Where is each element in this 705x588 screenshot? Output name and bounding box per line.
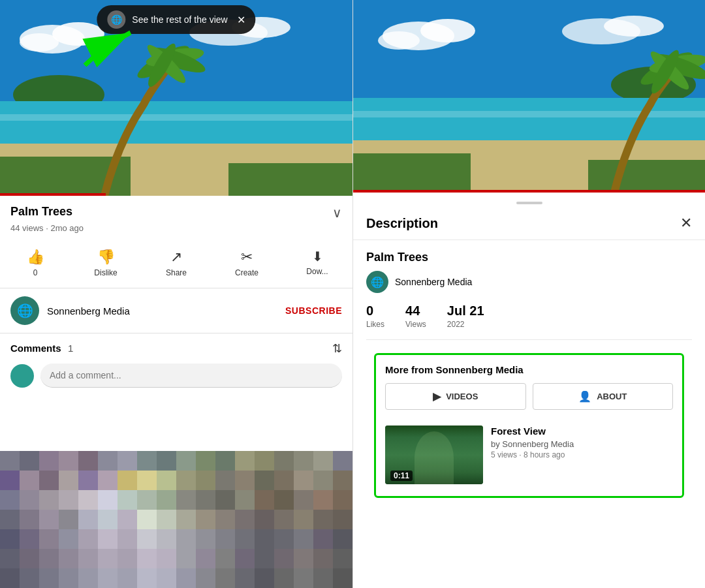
- description-panel: Description ✕ Palm Trees 🌐 Sonnenberg Me…: [353, 204, 705, 508]
- share-button[interactable]: ↗ Share: [141, 243, 212, 283]
- svg-rect-35: [313, 451, 333, 471]
- svg-rect-104: [255, 529, 274, 549]
- svg-rect-31: [235, 451, 255, 471]
- svg-rect-63: [157, 490, 176, 510]
- svg-rect-83: [196, 510, 215, 529]
- more-from-section: More from Sonnenberg Media ▶ VIDEOS 👤 AB…: [374, 353, 684, 498]
- svg-rect-102: [215, 529, 235, 549]
- comment-input-row: [10, 364, 342, 388]
- channel-name[interactable]: Sonnenberg Media: [47, 305, 277, 317]
- svg-rect-11: [228, 163, 352, 196]
- comments-section: Comments 1 ⇅: [0, 333, 352, 395]
- video-thumbnail-right[interactable]: [353, 0, 705, 193]
- download-button[interactable]: ⬇ Dow...: [282, 243, 352, 283]
- video-card[interactable]: 0:11 Forest View by Sonnenberg Media 5 v…: [385, 419, 673, 487]
- svg-rect-89: [313, 510, 333, 529]
- green-arrow: [65, 20, 144, 72]
- svg-rect-28: [176, 451, 196, 471]
- svg-rect-106: [294, 529, 313, 549]
- videos-tab[interactable]: ▶ VIDEOS: [385, 383, 526, 410]
- svg-rect-134: [137, 568, 157, 588]
- share-label: Share: [166, 268, 187, 277]
- svg-rect-51: [274, 471, 294, 490]
- dislike-icon: 👎: [97, 249, 115, 266]
- svg-rect-72: [333, 490, 352, 510]
- svg-rect-81: [157, 510, 176, 529]
- svg-rect-124: [294, 549, 313, 568]
- svg-rect-39: [39, 471, 59, 490]
- svg-rect-36: [333, 451, 352, 471]
- stats-row: 0 Likes 44 Views Jul 21 2022: [366, 303, 692, 340]
- channel-avatar[interactable]: 🌐: [10, 296, 39, 325]
- video-card-info: Forest View by Sonnenberg Media 5 views …: [491, 426, 673, 459]
- subscribe-button[interactable]: SUBSCRIBE: [285, 305, 342, 316]
- create-label: Create: [235, 268, 258, 277]
- sort-icon[interactable]: ⇅: [332, 341, 342, 356]
- svg-rect-37: [0, 471, 20, 490]
- svg-rect-33: [274, 451, 294, 471]
- svg-rect-26: [137, 451, 157, 471]
- svg-rect-52: [294, 471, 313, 490]
- video-progress-bar-right[interactable]: [353, 190, 459, 193]
- svg-rect-74: [20, 510, 39, 529]
- svg-rect-130: [59, 568, 78, 588]
- comments-label: Comments: [10, 343, 61, 354]
- svg-rect-79: [118, 510, 137, 529]
- svg-rect-64: [176, 490, 196, 510]
- views-stat: 44 Views: [405, 303, 426, 329]
- desc-video-title: Palm Trees: [366, 251, 692, 264]
- svg-rect-34: [294, 451, 313, 471]
- svg-rect-73: [0, 510, 20, 529]
- comments-count: 1: [68, 343, 73, 354]
- svg-rect-30: [215, 451, 235, 471]
- svg-rect-113: [78, 549, 98, 568]
- video-progress-bar[interactable]: [0, 193, 106, 196]
- svg-rect-29: [196, 451, 215, 471]
- svg-rect-46: [176, 471, 196, 490]
- views-label: Views: [405, 320, 426, 329]
- channel-row: 🌐 Sonnenberg Media SUBSCRIBE: [0, 288, 352, 333]
- svg-rect-67: [235, 490, 255, 510]
- svg-rect-77: [78, 510, 98, 529]
- action-buttons-row: 👍 0 👎 Dislike ↗ Share ✂ Create ⬇ Dow...: [0, 238, 352, 288]
- dislike-button[interactable]: 👎 Dislike: [70, 243, 141, 283]
- about-tab[interactable]: 👤 ABOUT: [533, 383, 674, 410]
- svg-point-147: [420, 19, 475, 42]
- svg-rect-38: [20, 471, 39, 490]
- video-duration: 0:11: [390, 471, 413, 481]
- svg-rect-53: [313, 471, 333, 490]
- svg-point-3: [20, 33, 59, 52]
- svg-rect-123: [274, 549, 294, 568]
- svg-rect-78: [98, 510, 118, 529]
- comment-input[interactable]: [40, 364, 342, 388]
- svg-rect-19: [0, 451, 20, 471]
- create-button[interactable]: ✂ Create: [212, 243, 282, 283]
- svg-rect-54: [333, 471, 352, 490]
- svg-rect-92: [20, 529, 39, 549]
- svg-rect-111: [39, 549, 59, 568]
- svg-rect-58: [59, 490, 78, 510]
- desc-channel-avatar[interactable]: 🌐: [366, 271, 388, 293]
- video-meta: 44 views · 2mo ago: [10, 223, 342, 233]
- svg-rect-121: [235, 549, 255, 568]
- like-button[interactable]: 👍 0: [0, 243, 70, 283]
- video-card-meta: 5 views · 8 hours ago: [491, 450, 673, 459]
- svg-rect-129: [39, 568, 59, 588]
- svg-rect-70: [294, 490, 313, 510]
- desc-channel-row: 🌐 Sonnenberg Media: [366, 271, 692, 293]
- close-description-button[interactable]: ✕: [680, 215, 692, 232]
- svg-rect-144: [333, 568, 352, 588]
- video-thumbnail-left[interactable]: 🌐 See the rest of the view ✕: [0, 0, 352, 196]
- svg-rect-90: [333, 510, 352, 529]
- svg-rect-85: [235, 510, 255, 529]
- svg-rect-128: [20, 568, 39, 588]
- svg-rect-101: [196, 529, 215, 549]
- chevron-down-icon[interactable]: ∨: [332, 205, 342, 221]
- svg-rect-108: [333, 529, 352, 549]
- play-icon: ▶: [433, 390, 441, 403]
- svg-rect-131: [78, 568, 98, 588]
- svg-rect-65: [196, 490, 215, 510]
- notification-close-icon[interactable]: ✕: [237, 14, 245, 26]
- svg-rect-60: [98, 490, 118, 510]
- desc-channel-name[interactable]: Sonnenberg Media: [395, 277, 472, 287]
